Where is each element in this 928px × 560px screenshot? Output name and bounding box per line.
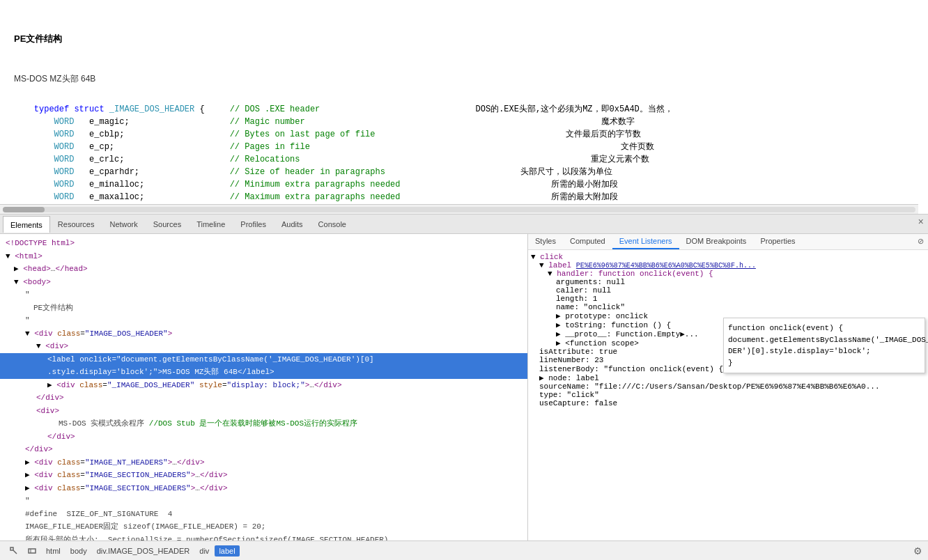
dom-text3: ": [0, 314, 527, 327]
dom-inner-div[interactable]: ▼ <div>: [0, 340, 527, 353]
handler-length: length: 1: [531, 295, 925, 303]
handler-name: name: "onclick": [531, 303, 925, 311]
tab-event-listeners[interactable]: Event Listeners: [612, 234, 679, 249]
tab-profiles[interactable]: Profiles: [233, 216, 274, 233]
dom-close-div2: </div>: [0, 430, 527, 444]
handler-arguments: arguments: null: [531, 278, 925, 286]
dom-label-selected-cont[interactable]: .style.display='block';">MS-DOS MZ头部 64B…: [0, 366, 527, 379]
tooltip-line3: DER')[0].style.display='block';: [728, 345, 920, 357]
dom-div-image-dos-header[interactable]: ▶ <div class="_IMAGE_DOS_HEADER" style="…: [0, 379, 527, 392]
dom-doctype: <!DOCTYPE html>: [0, 237, 527, 250]
click-header[interactable]: ▼ click: [531, 253, 925, 261]
filter-icon[interactable]: ⊘: [913, 234, 928, 249]
label-link[interactable]: PE%E6%96%87%E4%BB%B6%E6%A0%BC%E5%BC%8F.h…: [576, 262, 756, 270]
svg-rect-2: [29, 549, 36, 553]
dom-sectionallsize: 所有段头部的总大小: SectionAllSize = numberOfSect…: [0, 534, 527, 541]
dom-body[interactable]: ▼ <body>: [0, 276, 527, 289]
tab-audits[interactable]: Audits: [274, 216, 311, 233]
dom-close-div1: </div>: [0, 391, 527, 405]
dom-text1: ": [0, 288, 527, 302]
tab-console[interactable]: Console: [311, 216, 354, 233]
tooltip-line4: }: [728, 357, 920, 369]
dom-close-div3: </div>: [0, 443, 527, 456]
svg-line-1: [13, 550, 17, 554]
svg-rect-0: [10, 547, 13, 550]
dom-head[interactable]: ▶ <head>…</head>: [0, 263, 527, 276]
dom-html[interactable]: ▼ <html>: [0, 250, 527, 263]
tab-dom-breakpoints[interactable]: DOM Breakpoints: [679, 234, 754, 249]
breadcrumb-item-inspect[interactable]: [6, 545, 22, 557]
dom-dos-stub-text: MS-DOS 实模式残余程序 //DOS Stub 是一个在装载时能够被MS-D…: [0, 417, 527, 430]
styles-tab-bar: Styles Computed Event Listeners DOM Brea…: [528, 234, 928, 250]
breadcrumb-body[interactable]: body: [66, 545, 91, 557]
tab-computed[interactable]: Computed: [563, 234, 612, 249]
horizontal-scrollbar[interactable]: [0, 204, 918, 214]
dom-div-image-dos[interactable]: ▼ <div class="IMAGE_DOS_HEADER">: [0, 327, 527, 341]
sourcename: sourceName: "file:///C:/Users/Sansan/Des…: [531, 382, 925, 391]
code-display: PE文件结构 MS-DOS MZ头部 64B typedef struct _I…: [0, 0, 928, 202]
breadcrumb-label[interactable]: label: [215, 545, 239, 557]
label-section: ▼ label PE%E6%96%87%E4%BB%B6%E6%A0%BC%E5…: [531, 261, 925, 270]
breadcrumb-div[interactable]: div: [195, 545, 213, 557]
tooltip-line2: document.getElementsByClassName('_IMAGE_…: [728, 334, 920, 346]
dom-define-text: #define SIZE_OF_NT_SIGNATURE 4: [0, 508, 527, 521]
tab-sources[interactable]: Sources: [146, 216, 189, 233]
dom-tree-panel: <!DOCTYPE html> ▼ <html> ▶ <head>…</head…: [0, 234, 528, 540]
styles-panel: Styles Computed Event Listeners DOM Brea…: [528, 234, 928, 540]
breadcrumb-html[interactable]: html: [42, 545, 65, 557]
close-icon[interactable]: ×: [918, 217, 924, 227]
top-content-area: PE文件结构 MS-DOS MZ头部 64B typedef struct _I…: [0, 0, 928, 215]
tab-properties[interactable]: Properties: [753, 234, 802, 249]
dom-section-headers2[interactable]: ▶ <div class="IMAGE_SECTION_HEADERS">…</…: [0, 482, 527, 495]
dom-section-headers1[interactable]: ▶ <div class="IMAGE_SECTION_HEADERS">…</…: [0, 469, 527, 482]
dom-text2: PE文件结构: [0, 302, 527, 315]
tooltip-line1: function onclick(event) {: [728, 322, 920, 334]
breadcrumb-bar: html body div.IMAGE_DOS_HEADER div label…: [0, 540, 928, 560]
tab-resources[interactable]: Resources: [50, 216, 102, 233]
dom-nt-headers[interactable]: ▶ <div class="IMAGE_NT_HEADERS">…</div>: [0, 456, 527, 469]
handler-section: ▼ handler: function onclick(event) {: [531, 270, 925, 278]
tab-elements[interactable]: Elements: [3, 216, 50, 233]
tab-timeline[interactable]: Timeline: [189, 216, 233, 233]
handler-caller: caller: null: [531, 286, 925, 295]
settings-icon[interactable]: ⚙: [913, 545, 922, 557]
tab-network[interactable]: Network: [102, 216, 145, 233]
dom-text4: ": [0, 495, 527, 508]
dom-label-selected[interactable]: <label onclick="document.getElementsByCl…: [0, 353, 527, 366]
usecapture: useCapture: false: [531, 399, 925, 407]
dom-imagefile-text: IMAGE_FILE_HEADER固定 sizeof(IMAGE_FILE_HE…: [0, 520, 527, 534]
dom-dos-stub-div[interactable]: <div>: [0, 405, 527, 418]
page-title: PE文件结构: [14, 32, 914, 46]
devtools-tab-bar: Elements Resources Network Sources Timel…: [0, 215, 928, 234]
node-label[interactable]: ▶ node: label: [531, 373, 925, 382]
breadcrumb-item-node[interactable]: [24, 545, 40, 557]
tooltip-popup: function onclick(event) { document.getEl…: [723, 318, 925, 373]
breadcrumb-div-image-dos[interactable]: div.IMAGE_DOS_HEADER: [93, 545, 194, 557]
tab-styles[interactable]: Styles: [528, 234, 563, 249]
type-click: type: "click": [531, 391, 925, 399]
page-subtitle: MS-DOS MZ头部 64B: [14, 72, 914, 85]
